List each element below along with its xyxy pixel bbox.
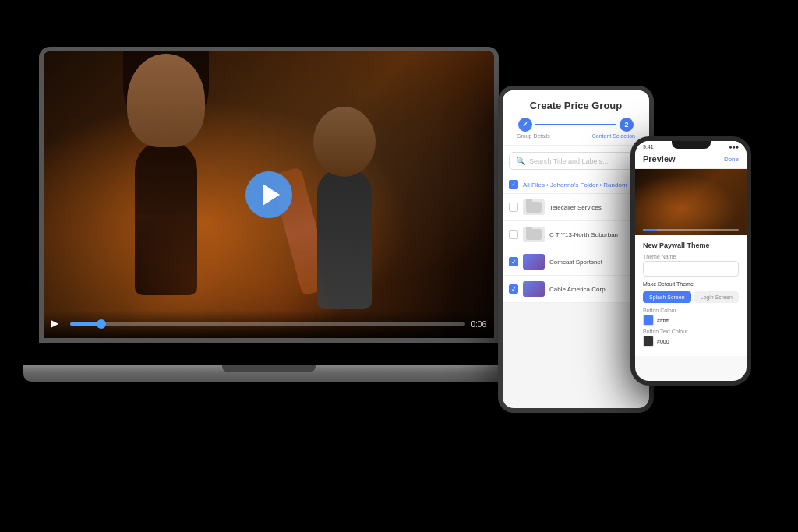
splash-screen-tab[interactable]: Splash Screen [643, 291, 691, 303]
laptop: ▶ 0:06 [39, 47, 522, 382]
table-row[interactable]: Telecaller Services [503, 194, 649, 221]
tablet-file-list: Telecaller Services C T Y13-North Suburb… [503, 194, 649, 303]
step-labels: Group Details Content Selection [510, 132, 641, 139]
theme-name-input[interactable] [643, 261, 739, 277]
phone-notch [672, 141, 711, 149]
file-name-1: Telecaller Services [549, 204, 643, 211]
breadcrumb-text: All Files › Johanna's Folder › Random [523, 181, 627, 188]
tablet-search-area: 🔍 Search Title and Labels... [503, 146, 649, 176]
table-row[interactable]: ✓ Cable America Corp [503, 276, 649, 303]
phone-section-title: New Paywall Theme [643, 241, 739, 249]
play-pause-button[interactable]: ▶ [51, 318, 64, 330]
folder-icon-2 [523, 227, 545, 242]
step-2-label: Content Selection [592, 133, 635, 139]
file-checkbox-1[interactable] [509, 203, 518, 212]
step-1-circle: ✓ [518, 118, 532, 132]
thumbnail-overlay [635, 169, 747, 235]
phone-header: Preview Done [635, 151, 747, 169]
file-checkbox-3[interactable]: ✓ [509, 257, 518, 266]
button-text-colour-value: #000 [657, 339, 669, 344]
file-name-4: Cable America Corp [549, 286, 643, 293]
tablet-breadcrumb[interactable]: ✓ All Files › Johanna's Folder › Random [503, 176, 649, 194]
default-theme-row: Make Default Theme [643, 281, 739, 287]
button-colour-row: #ffffff [643, 315, 739, 326]
phone-content: New Paywall Theme Theme Name Make Defaul… [635, 235, 747, 356]
file-checkbox-2[interactable] [509, 230, 518, 239]
button-colour-value: #ffffff [657, 318, 669, 323]
progress-bar[interactable] [70, 322, 465, 326]
button-text-colour-label: Button Text Colour [643, 329, 739, 334]
time-display: 0:06 [471, 320, 486, 329]
button-colour-swatch[interactable] [643, 315, 654, 326]
video-controls: ▶ 0:06 [44, 310, 494, 338]
file-checkbox-4[interactable]: ✓ [509, 284, 518, 294]
thumb-progress-bar [643, 229, 739, 231]
play-icon [263, 184, 280, 206]
laptop-screen: ▶ 0:06 [39, 47, 499, 343]
tablet-title: Create Price Group [510, 100, 641, 111]
phone-signal: ●●● [729, 144, 739, 150]
breadcrumb-checkbox[interactable]: ✓ [509, 180, 518, 189]
play-button[interactable] [245, 171, 292, 218]
step-1-label: Group Details [517, 133, 550, 139]
thumb-progress-fill [643, 229, 657, 231]
step-2-circle: 2 [620, 118, 634, 132]
search-box[interactable]: 🔍 Search Title and Labels... [509, 152, 643, 170]
thumbnail-progress [643, 229, 739, 231]
table-row[interactable]: ✓ Comcast Sportsnet [503, 248, 649, 276]
table-row[interactable]: C T Y13-North Suburban [503, 221, 649, 248]
phone-screen: 9:41 ●●● Preview Done New Paywall Theme [635, 141, 747, 381]
file-name-2: C T Y13-North Suburban [549, 231, 643, 238]
progress-fill [70, 322, 102, 326]
search-placeholder: Search Title and Labels... [529, 157, 609, 165]
phone-time: 9:41 [643, 144, 654, 150]
phone-thumbnail [635, 169, 747, 235]
scene: ▶ 0:06 Create Price Group [0, 0, 798, 532]
tablet-screen: Create Price Group ✓ 2 Group Details Con… [503, 90, 649, 408]
theme-name-label: Theme Name [643, 254, 739, 259]
file-name-3: Comcast Sportsnet [549, 259, 643, 266]
tablet-steps: ✓ 2 [510, 118, 641, 132]
progress-dot [97, 319, 106, 329]
button-colour-label: Button Colour [643, 308, 739, 313]
button-text-colour-row: #000 [643, 336, 739, 347]
login-screen-tab[interactable]: Login Screen [694, 291, 739, 303]
phone-header-title: Preview [643, 154, 676, 164]
phone: 9:41 ●●● Preview Done New Paywall Theme [630, 136, 751, 386]
phone-done-button[interactable]: Done [724, 156, 739, 163]
button-text-colour-swatch[interactable] [643, 336, 654, 347]
tablet-header: Create Price Group ✓ 2 Group Details Con… [503, 90, 649, 146]
video-thumb-4 [523, 281, 545, 297]
laptop-notch [222, 365, 316, 372]
step-line [535, 124, 616, 125]
search-icon: 🔍 [516, 157, 525, 165]
guitarist-figure [302, 115, 426, 309]
laptop-base [23, 365, 514, 382]
phone-tab-group: Splash Screen Login Screen [643, 291, 739, 303]
folder-icon-1 [523, 199, 545, 215]
video-thumb-3 [523, 254, 545, 270]
default-theme-label: Make Default Theme [643, 281, 694, 287]
